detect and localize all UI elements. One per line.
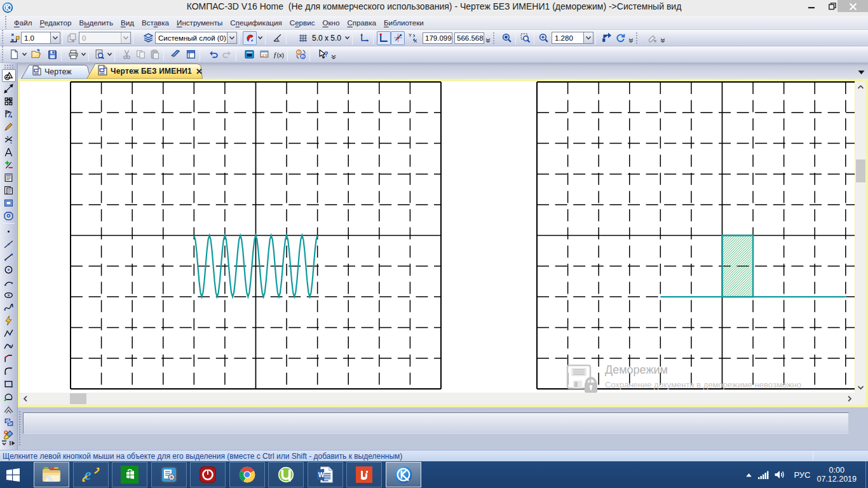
- redo-icon[interactable]: [220, 48, 234, 62]
- toolbar-overflow-icon[interactable]: [330, 48, 337, 61]
- taskbar-utorrent-icon[interactable]: [268, 462, 304, 487]
- open-icon[interactable]: [29, 48, 43, 62]
- volume-icon[interactable]: [775, 470, 785, 479]
- menu-спецификация[interactable]: Спецификация: [226, 17, 285, 28]
- toolbar-grip[interactable]: [492, 32, 496, 44]
- menu-вид[interactable]: Вид: [117, 17, 138, 28]
- toolbar-grip[interactable]: [0, 30, 4, 46]
- minimize-button[interactable]: [801, 0, 822, 12]
- toolbar-overflow-icon[interactable]: [627, 32, 634, 44]
- taskbar-red-docs-app-icon[interactable]: [346, 462, 382, 487]
- undo-icon[interactable]: [206, 48, 220, 62]
- coords-yx-icon[interactable]: YX: [406, 31, 420, 45]
- clock[interactable]: 0:00 07.12.2019: [817, 466, 857, 484]
- variables-icon[interactable]: x=?: [257, 48, 271, 62]
- horizontal-scroll-thumb[interactable]: [70, 393, 86, 404]
- combo-dropdown-icon[interactable]: [227, 32, 236, 43]
- start-button[interactable]: [5, 467, 20, 482]
- save-icon[interactable]: [45, 48, 59, 62]
- close-button[interactable]: [837, 0, 868, 12]
- menu-справка[interactable]: Справка: [343, 17, 379, 28]
- taskbar-kompas-3d-icon[interactable]: [386, 462, 421, 487]
- taskbar-power-switch-app-icon[interactable]: [190, 462, 226, 487]
- dropdown-arrow-icon[interactable]: [257, 32, 263, 44]
- edit-tool-icon[interactable]: [2, 120, 16, 133]
- taskbar-system-settings-app-icon[interactable]: [151, 462, 187, 487]
- ellipse-tool-icon[interactable]: [2, 288, 16, 301]
- menu-инструменты[interactable]: Инструменты: [173, 17, 226, 28]
- print-icon[interactable]: [66, 48, 80, 62]
- local-axes-icon[interactable]: [357, 31, 371, 45]
- document-manager-icon[interactable]: [242, 48, 256, 62]
- snap-magnet-icon[interactable]: [243, 31, 257, 45]
- taskbar-file-explorer-icon[interactable]: [34, 462, 69, 487]
- dropdown-arrow-icon[interactable]: [344, 32, 350, 44]
- scroll-right-icon[interactable]: [844, 393, 855, 405]
- designations-tool-icon[interactable]: [2, 95, 16, 107]
- aux-line-tool-icon[interactable]: [2, 238, 16, 250]
- property-bar-grip[interactable]: [18, 410, 22, 447]
- roundoff-icon[interactable]: [391, 31, 405, 45]
- menu-библиотеки[interactable]: Библиотеки: [380, 17, 428, 28]
- state-combo[interactable]: 0: [79, 32, 131, 44]
- fx-icon[interactable]: f(x): [271, 48, 285, 62]
- dimensions-tool-icon[interactable]: [2, 82, 16, 95]
- toolbar-more-icon[interactable]: [1, 437, 7, 449]
- toolbar-grip[interactable]: [635, 32, 639, 44]
- show-desktop-button[interactable]: [865, 461, 868, 488]
- collect-contour-tool-icon[interactable]: [2, 390, 16, 403]
- circle-tool-icon[interactable]: [2, 263, 16, 276]
- context-help-icon[interactable]: ?: [316, 48, 330, 62]
- tab-chertezh-bez-imeni1[interactable]: Чертеж БЕЗ ИМЕНИ1 ✕: [86, 64, 203, 79]
- equidistant-tool-icon[interactable]: [2, 403, 16, 416]
- combo-dropdown-icon[interactable]: [583, 32, 593, 43]
- chamfer-tool-icon[interactable]: [2, 352, 16, 365]
- scroll-left-icon[interactable]: [20, 393, 31, 405]
- layers-icon[interactable]: [141, 31, 155, 45]
- copy-icon[interactable]: [133, 48, 147, 62]
- coord-y-field[interactable]: 566.568: [454, 32, 484, 44]
- zoom-combo[interactable]: 1.280: [552, 32, 593, 44]
- parametrize-tool-icon[interactable]: [2, 133, 16, 146]
- drawing-canvas[interactable]: Деморежим Сохранение документа в демореж…: [20, 81, 855, 393]
- grid-icon[interactable]: [295, 31, 309, 45]
- toolbar-overflow-icon[interactable]: [659, 32, 666, 44]
- segment-tool-icon[interactable]: [2, 250, 16, 263]
- vertical-scroll-thumb[interactable]: [856, 159, 865, 182]
- copy-format-icon[interactable]: [168, 48, 182, 62]
- scroll-down-icon[interactable]: [855, 382, 866, 393]
- spell-table-icon[interactable]: [184, 48, 198, 62]
- network-signal-icon[interactable]: [758, 471, 769, 479]
- taskbar-windows-store-icon[interactable]: [112, 462, 147, 487]
- dropdown-arrow-icon[interactable]: [80, 49, 86, 60]
- erase-aux-icon[interactable]: [645, 31, 659, 45]
- combo-dropdown-icon[interactable]: [50, 32, 60, 43]
- point-tool-icon[interactable]: [2, 225, 16, 238]
- language-indicator[interactable]: РУС: [794, 470, 810, 480]
- menu-окно[interactable]: Окно: [318, 17, 343, 28]
- horizontal-scrollbar[interactable]: [20, 393, 865, 405]
- dropdown-arrow-icon[interactable]: [106, 49, 112, 60]
- zoom-in-icon[interactable]: [536, 31, 550, 45]
- building-designations-tool-icon[interactable]: [2, 107, 16, 120]
- macro-tool-icon[interactable]: [2, 209, 16, 222]
- refresh-view-icon[interactable]: [613, 31, 627, 45]
- angle-snap-icon[interactable]: [270, 31, 284, 45]
- combo-dropdown-icon[interactable]: [121, 32, 130, 43]
- vertical-scrollbar[interactable]: [855, 81, 866, 393]
- taskbar-internet-explorer-icon[interactable]: e: [73, 462, 109, 487]
- menu-редактор[interactable]: Редактор: [36, 17, 76, 28]
- tab-chertezh[interactable]: Чертеж: [21, 65, 91, 79]
- dropdown-arrow-icon[interactable]: [21, 49, 27, 60]
- menu-выделить[interactable]: Выделить: [75, 17, 117, 28]
- menubar-grip[interactable]: [3, 16, 8, 29]
- coord-x-field[interactable]: 179.099: [423, 32, 452, 44]
- toolbar-grip[interactable]: [0, 46, 4, 62]
- nurbs-tool-icon[interactable]: [2, 301, 16, 314]
- cut-icon[interactable]: [119, 48, 133, 62]
- compact-panel-grip[interactable]: [4, 64, 13, 69]
- polyline-tool-icon[interactable]: [2, 327, 16, 339]
- taskbar-word-icon[interactable]: W: [308, 462, 343, 487]
- fillet-tool-icon[interactable]: [2, 365, 16, 377]
- renumber-icon[interactable]: 12: [294, 48, 308, 62]
